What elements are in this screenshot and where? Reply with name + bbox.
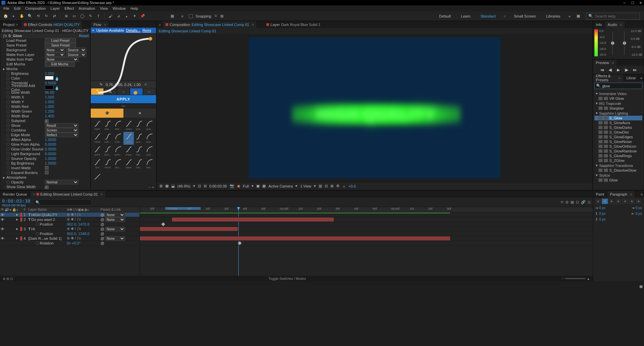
audio-level-slider[interactable] — [608, 29, 618, 57]
prop-button[interactable]: Load Preset — [45, 38, 76, 43]
eyedropper-icon[interactable]: 💧 — [55, 86, 59, 90]
ease-preset[interactable]: quin... — [113, 145, 123, 157]
twirl-icon[interactable]: ▾ — [596, 101, 598, 106]
tab-preview[interactable]: Preview ≡ — [593, 60, 617, 66]
close-button[interactable]: ✕ — [639, 1, 643, 5]
ease-preset[interactable]: quart — [123, 132, 134, 145]
twirl-icon[interactable]: ▾ — [596, 111, 598, 115]
visibility-icon[interactable]: 👁 — [1, 213, 4, 217]
ease-preset[interactable]: bac... — [134, 157, 144, 170]
workspace-small-screen[interactable]: Small Screen — [512, 13, 538, 20]
clip[interactable] — [140, 227, 238, 231]
mode-icon[interactable]: ▦ — [169, 12, 176, 20]
tree-effect-item[interactable]: S_Glow — [594, 116, 642, 120]
chevron-down-icon[interactable]: ▾ — [252, 184, 254, 188]
region-icon[interactable]: ▣ — [256, 184, 260, 188]
prop-select[interactable]: Normal — [45, 180, 79, 184]
timeline-layer-row[interactable]: Rotation0x +0.0°@ — [0, 241, 140, 246]
prop-select[interactable]: Result — [45, 123, 79, 128]
ease-preset[interactable]: quint — [92, 145, 103, 157]
view-opt4-icon[interactable]: ⚙ — [336, 184, 340, 188]
workspace-libraries[interactable]: Libraries — [544, 13, 562, 20]
menu-effect[interactable]: Effect — [62, 6, 76, 10]
tree-effect-item[interactable]: S_GlowEdges — [594, 135, 642, 139]
last-frame-icon[interactable]: ⏭ — [632, 67, 638, 73]
pickwhip-icon[interactable]: @ — [100, 232, 104, 236]
prop-value[interactable]: 962.0, 1470.8 — [66, 222, 100, 226]
panel-menu-icon[interactable]: ≡ — [104, 23, 106, 27]
layer-color-icon[interactable] — [20, 218, 22, 222]
puppet-tool-icon[interactable]: 📌 — [139, 12, 146, 20]
chevron-icon[interactable]: » — [639, 192, 644, 196]
workspace-menu-icon[interactable]: ≡ — [504, 14, 506, 18]
prop-select[interactable]: Source — [66, 52, 86, 57]
tree-effect-item[interactable]: S_GlowOrthicon — [594, 144, 642, 149]
stopwatch-icon[interactable] — [6, 124, 10, 127]
alpha-icon[interactable]: ⬓ — [171, 184, 175, 188]
roto-tool-icon[interactable]: ✦ — [131, 12, 138, 20]
rect-tool-icon[interactable]: ▭ — [70, 12, 78, 20]
timeline-layer-row[interactable]: 👁▸3T HI⊕ ✱ / ƒx@ None — [0, 227, 140, 231]
prop-value[interactable]: 0x +0.0° — [66, 241, 100, 245]
close-icon[interactable]: × — [33, 192, 35, 196]
comp-breadcrumb[interactable]: Editing Showcase Linked Comp 01 — [159, 29, 216, 33]
prop-select[interactable]: None — [45, 52, 65, 57]
prop-button[interactable]: Edit Mocha — [45, 62, 75, 67]
stopwatch-icon[interactable] — [36, 241, 39, 245]
mask-icon[interactable]: ▦ — [165, 184, 169, 188]
apply-button[interactable]: APPLY — [91, 95, 156, 103]
current-time[interactable]: 0:00:03:38 — [2, 198, 30, 204]
space-value[interactable]: 0 px — [599, 218, 606, 221]
view-opt-icon[interactable]: ▥ — [319, 184, 322, 188]
chevron-down-icon[interactable]: ▾ — [193, 184, 195, 188]
tab-render-queue[interactable]: Render Queue — [0, 191, 30, 198]
twirl-icon[interactable]: ▾ — [596, 91, 598, 96]
close-icon[interactable]: × — [92, 28, 94, 32]
workspace-learn[interactable]: Learn — [459, 13, 472, 20]
pickwhip-icon[interactable]: @ — [100, 213, 104, 217]
parent-select[interactable]: None — [105, 227, 125, 231]
chevron-down-icon[interactable]: ▾ — [295, 184, 297, 188]
stopwatch-icon[interactable] — [6, 110, 10, 113]
view-opt3-icon[interactable]: ⊞ — [330, 184, 333, 188]
stopwatch-icon[interactable] — [6, 147, 10, 151]
audio-icon[interactable]: 🔊 — [5, 208, 9, 211]
tree-category[interactable]: ▾RG Trapcode — [594, 101, 642, 106]
ease-preset[interactable]: cubi... — [103, 132, 113, 145]
camera-select[interactable]: Active Camera — [268, 184, 293, 188]
prop-value[interactable]: 1.200 — [45, 109, 54, 113]
tab-layer[interactable]: Layer Dark Royal Blue Solid 1 — [264, 21, 323, 28]
remind-link[interactable]: Remi — [143, 28, 151, 32]
library-tab[interactable]: 🎓 — [91, 109, 123, 118]
label-icon[interactable]: ⬥ — [16, 208, 18, 211]
composition-viewport[interactable]: HIGH QUALITY — [157, 34, 592, 182]
pickwhip-icon[interactable]: @ — [100, 218, 104, 222]
prop-value[interactable]: 1.0000 — [45, 161, 56, 165]
pickwhip-icon[interactable]: @ — [100, 236, 104, 240]
stopwatch-icon[interactable] — [6, 157, 10, 160]
eraser-tool-icon[interactable]: ⬧ — [123, 12, 130, 20]
tree-effect-item[interactable]: S_DissolveGlow — [594, 168, 642, 173]
camera-tool-icon[interactable]: ⇄ — [51, 12, 58, 20]
prop-value[interactable]: 1.0000 — [45, 138, 56, 142]
menu-layer[interactable]: Layer — [49, 6, 62, 10]
layer-color-icon[interactable] — [20, 236, 22, 240]
stopwatch-icon[interactable] — [6, 143, 10, 146]
stopwatch-icon[interactable] — [6, 138, 10, 141]
preset-search[interactable]: 🔍 × — [594, 83, 642, 89]
comp-link[interactable]: Editing Showcase Linked Comp 01 — [192, 23, 249, 27]
tab-paint[interactable]: Paint — [593, 191, 607, 198]
snap-opt2-icon[interactable]: ▦ — [220, 14, 224, 18]
panel-menu-icon[interactable]: ≡ — [612, 61, 614, 65]
stopwatch-icon[interactable] — [36, 223, 39, 226]
ease-preset[interactable]: eas... — [113, 119, 123, 132]
tab-flow[interactable]: Flow ≡ — [91, 21, 109, 28]
keyframe-icon[interactable] — [161, 222, 165, 226]
tab-project[interactable]: Project× — [0, 21, 21, 28]
justify-last-right-icon[interactable]: ≡ — [629, 199, 635, 204]
twirl-icon[interactable]: ▸ — [16, 217, 18, 222]
stopwatch-icon[interactable] — [6, 180, 10, 184]
channel-icon[interactable]: ◉ — [237, 184, 240, 188]
timeline-layer-row[interactable]: Position958.0, 1348.0@ — [0, 231, 140, 236]
prop-select[interactable]: None — [45, 48, 65, 52]
